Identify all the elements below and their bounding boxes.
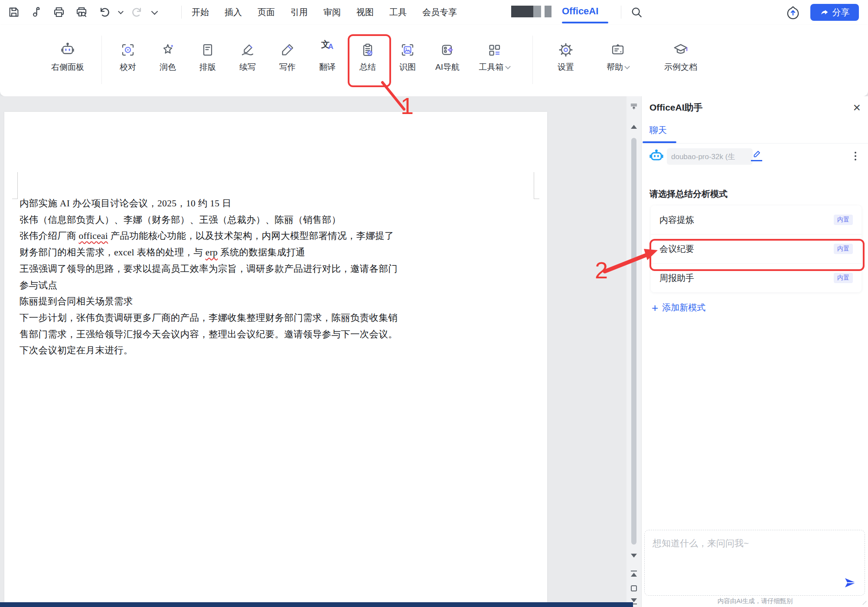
ribbon-toolbar: 右侧面板 校对 润色 排版 续写 [0, 25, 868, 96]
export-pdf-icon[interactable] [29, 4, 44, 20]
ribbon-sample-doc-button[interactable]: 示例文档 [650, 31, 711, 91]
ribbon-label: 识图 [399, 62, 416, 73]
ribbon-proofread-button[interactable]: 校对 [109, 31, 147, 91]
ribbon-help-button[interactable]: 帮助 [594, 31, 641, 91]
officeai-assistant-panel: OfficeAI助手 × 聊天 doubao-pro-32k (生 请选择总结分… [641, 96, 868, 607]
graduation-cap-icon [672, 31, 689, 58]
upload-cloud-icon[interactable] [786, 5, 800, 20]
doc-line: 陈丽提到合同相关场景需求 [20, 294, 536, 310]
save-icon[interactable] [6, 4, 22, 20]
doc-line: 王强强调了领导的思路，要求以提高员工效率为宗旨，调研多款产品进行对比，邀请各部门 [20, 261, 536, 277]
mode-meeting-minutes[interactable]: 会议纪要 内置 [651, 235, 861, 264]
close-icon[interactable]: × [853, 101, 861, 114]
menu-insert[interactable]: 插入 [225, 7, 242, 18]
panel-title: OfficeAI助手 [649, 101, 703, 114]
mode-prompt-text: 请选择总结分析模式 [649, 188, 728, 200]
document-text: 内部实施 AI 办公项目讨论会议，2025，10 约 15 日 张伟（信息部负责… [20, 196, 536, 359]
tab-chat[interactable]: 聊天 [649, 124, 667, 136]
ai-nav-icon [440, 31, 455, 58]
redo-icon[interactable] [130, 4, 145, 20]
margin-mark [12, 199, 18, 199]
edit-model-icon[interactable] [751, 149, 762, 161]
ribbon-translate-button[interactable]: 文A 翻译 [308, 31, 346, 91]
magic-star-icon [160, 31, 176, 58]
print-preview-icon[interactable] [74, 4, 89, 20]
builtin-badge: 内置 [834, 215, 853, 225]
menu-view[interactable]: 视图 [356, 7, 374, 18]
model-selector-row: doubao-pro-32k (生 [642, 147, 868, 166]
translate-icon: 文A [321, 31, 333, 58]
menu-reference[interactable]: 引用 [290, 7, 308, 18]
scrollbar-strip [627, 96, 641, 607]
select-browse-object-button[interactable] [627, 585, 641, 591]
help-board-icon [610, 31, 626, 58]
ribbon-settings-button[interactable]: 设置 [547, 31, 585, 91]
mode-weekly-report[interactable]: 周报助手 内置 [651, 264, 861, 292]
ribbon-continue-writing-button[interactable]: 续写 [228, 31, 267, 91]
ribbon-layout-button[interactable]: 排版 [189, 31, 227, 91]
scrollbar-thumb[interactable] [631, 138, 636, 545]
ribbon-label: 帮助 [607, 62, 629, 73]
redacted-text [533, 6, 541, 17]
divider [621, 6, 621, 19]
document-page[interactable]: 内部实施 AI 办公项目讨论会议，2025，10 约 15 日 张伟（信息部负责… [4, 112, 547, 602]
doc-line: 张伟介绍厂商 officeai 产品功能核心功能，以及技术架构，内网大模型部署情… [20, 228, 536, 245]
officeai-word-app: 开始 插入 页面 引用 审阅 视图 工具 会员专享 OfficeAI 分享 [0, 0, 868, 607]
tab-officeai[interactable]: OfficeAI [562, 6, 598, 17]
print-icon[interactable] [51, 4, 67, 20]
divider [181, 6, 182, 19]
misspelled-word: erp [206, 247, 218, 258]
menu-member[interactable]: 会员专享 [422, 7, 457, 18]
ribbon-label: 写作 [279, 62, 296, 73]
kebab-menu-icon[interactable] [853, 150, 858, 162]
panel-tabs: 聊天 [642, 119, 868, 144]
clipboard-check-icon [360, 31, 375, 58]
tab-chat-underline [643, 141, 676, 143]
undo-dropdown-chevron[interactable] [118, 9, 124, 14]
model-name: doubao-pro-32k (生 [671, 152, 735, 162]
undo-icon[interactable] [96, 4, 112, 20]
menu-start[interactable]: 开始 [192, 7, 209, 18]
ribbon-recognize-image-button[interactable]: 识图 [388, 31, 427, 91]
ribbon-label: 右侧面板 [51, 62, 84, 73]
ribbon-polish-button[interactable]: 润色 [149, 31, 187, 91]
ruler-toggle-icon[interactable] [627, 101, 641, 111]
menu-review[interactable]: 审阅 [323, 7, 341, 18]
ribbon-toolbox-button[interactable]: 工具箱 [469, 31, 519, 91]
send-button[interactable] [842, 575, 858, 590]
chevron-down-icon [505, 64, 511, 69]
doc-line: 内部实施 AI 办公项目讨论会议，2025，10 约 15 日 [20, 196, 536, 212]
customize-toolbar-chevron[interactable] [151, 8, 158, 15]
add-new-mode-button[interactable]: + 添加新模式 [651, 299, 710, 316]
plus-icon: + [652, 302, 658, 313]
doc-line: 售部门需求，王强给领导汇报今天会议内容，整理出会议纪要。邀请领导参与下一次会议。 [20, 326, 536, 343]
previous-page-button[interactable] [627, 571, 641, 577]
ribbon-label: 校对 [120, 62, 136, 73]
search-icon[interactable] [630, 5, 643, 19]
robot-icon [59, 31, 76, 58]
model-selector[interactable]: doubao-pro-32k (生 [667, 148, 753, 165]
summary-mode-list: 内容提炼 内置 会议纪要 内置 周报助手 内置 [651, 206, 861, 292]
ribbon-label: 工具箱 [479, 62, 510, 73]
ribbon-writing-button[interactable]: 写作 [268, 31, 307, 91]
ribbon-divider [532, 36, 533, 84]
share-button[interactable]: 分享 [810, 4, 859, 21]
scroll-down-arrow[interactable] [627, 554, 641, 558]
menu-tools[interactable]: 工具 [389, 7, 407, 18]
pen-curve-icon [240, 31, 255, 58]
ribbon-label: 续写 [239, 62, 256, 73]
menu-page[interactable]: 页面 [258, 7, 275, 18]
ribbon-divider [101, 36, 102, 84]
chevron-down-icon [624, 64, 630, 69]
ai-disclaimer: 内容由AI生成，请仔细甄别 [642, 597, 868, 605]
mode-content-refine[interactable]: 内容提炼 内置 [651, 206, 861, 235]
document-lines-icon [200, 31, 215, 58]
ribbon-summarize-button[interactable]: 总结 [349, 31, 387, 91]
builtin-badge: 内置 [834, 244, 853, 254]
chat-input[interactable] [645, 530, 865, 595]
doc-line: 下次会议初定在月末进行。 [20, 343, 536, 359]
ribbon-right-panel-button[interactable]: 右侧面板 [35, 31, 100, 91]
ribbon-ai-navigation-button[interactable]: AI导航 [425, 31, 470, 91]
tab-officeai-underline [562, 22, 608, 23]
scroll-up-arrow[interactable] [627, 125, 641, 129]
